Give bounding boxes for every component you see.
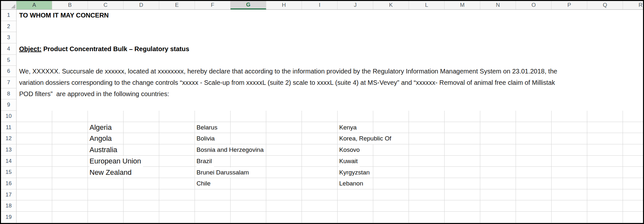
row-header-9[interactable]: 9: [1, 99, 16, 111]
country-cell-C11[interactable]: Algeria: [89, 122, 113, 133]
cell-K16[interactable]: [373, 178, 409, 189]
country-cell-C13[interactable]: Australia: [89, 145, 119, 155]
cell-L14[interactable]: [409, 156, 445, 167]
cell-L13[interactable]: [409, 144, 445, 155]
cell-J10[interactable]: [338, 111, 373, 122]
cell-H10[interactable]: [266, 111, 302, 122]
cell-N10[interactable]: [480, 111, 516, 122]
cell-O18[interactable]: [516, 200, 552, 211]
cell-B13[interactable]: [52, 144, 88, 155]
column-header-J[interactable]: J: [338, 1, 373, 9]
cell-A18[interactable]: [17, 200, 52, 211]
cell-K19[interactable]: [373, 212, 409, 223]
row-header-18[interactable]: 18: [1, 200, 16, 212]
cell-M14[interactable]: [445, 156, 480, 167]
cell-B14[interactable]: [52, 156, 88, 167]
row-header-17[interactable]: 17: [1, 189, 16, 201]
cell-G17[interactable]: [231, 189, 266, 200]
cell-H17[interactable]: [266, 189, 302, 200]
cell-H15[interactable]: [266, 167, 302, 178]
cell-C18[interactable]: [88, 200, 124, 211]
cell-F10[interactable]: [195, 111, 231, 122]
cell-L17[interactable]: [409, 189, 445, 200]
cell-B17[interactable]: [52, 189, 88, 200]
cell-A16[interactable]: [17, 178, 52, 189]
cell-Q16[interactable]: [587, 178, 623, 189]
cell-B10[interactable]: [52, 111, 88, 122]
cell-B16[interactable]: [52, 178, 88, 189]
cell-B19[interactable]: [52, 212, 88, 223]
cell-P12[interactable]: [552, 133, 587, 144]
column-header-D[interactable]: D: [124, 1, 159, 9]
row-header-1[interactable]: 1: [1, 10, 16, 21]
cell-R13[interactable]: [623, 144, 643, 155]
column-header-F[interactable]: F: [195, 1, 231, 9]
column-header-B[interactable]: B: [52, 1, 88, 9]
cell-G19[interactable]: [231, 212, 266, 223]
cell-H19[interactable]: [266, 212, 302, 223]
cell-I12[interactable]: [302, 133, 338, 144]
cell-Q12[interactable]: [587, 133, 623, 144]
cell-I19[interactable]: [302, 212, 338, 223]
cell-D16[interactable]: [124, 178, 159, 189]
cell-M19[interactable]: [445, 212, 480, 223]
cell-C16[interactable]: [88, 178, 124, 189]
row-header-14[interactable]: 14: [1, 156, 16, 167]
cell-G16[interactable]: [231, 178, 266, 189]
column-header-C[interactable]: C: [88, 1, 124, 9]
cell-Q19[interactable]: [587, 212, 623, 223]
country-cell-C12[interactable]: Angola: [89, 133, 114, 144]
cell-title[interactable]: TO WHOM IT MAY CONCERN: [19, 10, 109, 21]
cell-L11[interactable]: [409, 122, 445, 133]
cell-N13[interactable]: [480, 144, 516, 155]
cell-R17[interactable]: [623, 189, 643, 200]
cell-Q18[interactable]: [587, 200, 623, 211]
cell-L18[interactable]: [409, 200, 445, 211]
cell-O14[interactable]: [516, 156, 552, 167]
cell-L15[interactable]: [409, 167, 445, 178]
cell-K10[interactable]: [373, 111, 409, 122]
cell-O16[interactable]: [516, 178, 552, 189]
cell-G18[interactable]: [231, 200, 266, 211]
cell-I15[interactable]: [302, 167, 338, 178]
row-header-8[interactable]: 8: [1, 88, 16, 100]
cell-N12[interactable]: [480, 133, 516, 144]
paragraph-line-2[interactable]: variation dossiers corresponding to the …: [19, 77, 555, 88]
cell-F18[interactable]: [195, 200, 231, 211]
country-cell-F13[interactable]: Bosnia and Herzegovina: [197, 145, 266, 155]
column-header-R[interactable]: R: [623, 1, 643, 9]
cell-P17[interactable]: [552, 189, 587, 200]
row-header-10[interactable]: 10: [1, 111, 16, 122]
row-header-3[interactable]: 3: [1, 32, 16, 43]
cell-E19[interactable]: [159, 212, 195, 223]
cell-E17[interactable]: [159, 189, 195, 200]
cell-J17[interactable]: [338, 189, 373, 200]
row-header-4[interactable]: 4: [1, 43, 16, 55]
cell-M15[interactable]: [445, 167, 480, 178]
cell-A14[interactable]: [17, 156, 52, 167]
cell-E15[interactable]: [159, 167, 195, 178]
cell-D10[interactable]: [124, 111, 159, 122]
country-cell-J15[interactable]: Kyrgyzstan: [339, 167, 372, 178]
row-header-19[interactable]: 19: [1, 212, 16, 223]
cell-F19[interactable]: [195, 212, 231, 223]
cell-F17[interactable]: [195, 189, 231, 200]
cell-A17[interactable]: [17, 189, 52, 200]
cell-K15[interactable]: [373, 167, 409, 178]
cell-object-line[interactable]: Object: Product Concentrated Bulk – Regu…: [19, 43, 189, 55]
cell-M17[interactable]: [445, 189, 480, 200]
cell-A10[interactable]: [17, 111, 52, 122]
cell-E10[interactable]: [159, 111, 195, 122]
cell-B15[interactable]: [52, 167, 88, 178]
column-header-Q[interactable]: Q: [587, 1, 623, 9]
cell-Q11[interactable]: [587, 122, 623, 133]
column-header-I[interactable]: I: [302, 1, 338, 9]
row-header-16[interactable]: 16: [1, 178, 16, 189]
row-header-6[interactable]: 6: [1, 66, 16, 77]
cell-B11[interactable]: [52, 122, 88, 133]
cell-R16[interactable]: [623, 178, 643, 189]
cell-D17[interactable]: [124, 189, 159, 200]
cell-N19[interactable]: [480, 212, 516, 223]
cell-Q10[interactable]: [587, 111, 623, 122]
cell-P16[interactable]: [552, 178, 587, 189]
